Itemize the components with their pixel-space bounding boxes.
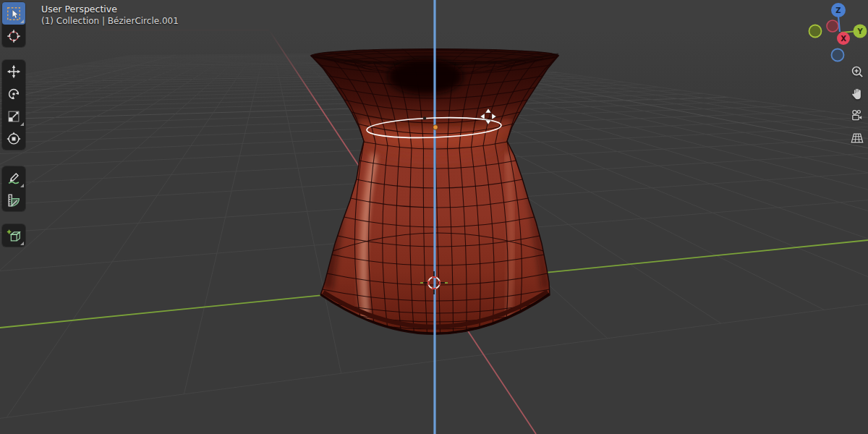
annotate-icon [6, 170, 22, 186]
pan-hand-icon [851, 87, 864, 101]
tool-submenu-marker [20, 242, 24, 245]
toolbar-group-add [2, 224, 25, 247]
tool-select-box-button[interactable] [2, 2, 25, 25]
camera-icon [850, 109, 864, 123]
gizmo-root: ZYX [809, 3, 867, 61]
select-box-icon [6, 6, 22, 22]
gizmo-y-ball-label: Y [856, 27, 863, 35]
blender-3d-viewport: User Perspective (1) Collection | Bézier… [0, 0, 868, 434]
perspective-grid-icon [850, 131, 864, 145]
orientation-gizmo[interactable]: ZYX [801, 0, 868, 67]
rotate-icon [6, 86, 22, 102]
toolbar-group-annotate [2, 166, 25, 211]
toolbar-group-select [2, 2, 25, 47]
tool-rotate-button[interactable] [2, 82, 25, 105]
toolbar-group-transform [2, 60, 25, 150]
object-origin-dot [433, 125, 438, 130]
tool-submenu-marker [20, 184, 24, 187]
measure-icon [6, 192, 22, 208]
tool-add-cube-button[interactable] [2, 224, 25, 247]
curve-control-point [423, 116, 426, 119]
gizmo-neg-y-ball[interactable] [809, 25, 822, 38]
gizmo-x-ball-label: X [841, 35, 846, 43]
gizmo-neg-z-ball[interactable] [832, 49, 844, 61]
move-icon [6, 64, 22, 80]
tool-submenu-marker [20, 122, 24, 126]
viewport-canvas[interactable] [0, 0, 868, 434]
tool-annotate-button[interactable] [2, 166, 25, 189]
scale-icon [6, 109, 22, 124]
zoom-icon [851, 65, 864, 79]
transform-icon [6, 131, 22, 147]
cursor-icon [6, 28, 22, 44]
tool-submenu-marker [20, 20, 24, 23]
tool-scale-button[interactable] [2, 105, 25, 127]
tool-transform-button[interactable] [2, 127, 25, 150]
camera-view-button[interactable] [848, 106, 867, 125]
pan-button[interactable] [848, 84, 867, 103]
tool-measure-button[interactable] [2, 189, 25, 211]
gizmo-neg-x-ball[interactable] [827, 20, 838, 32]
tool-move-button[interactable] [2, 60, 25, 82]
toggle-projection-button[interactable] [848, 129, 867, 148]
gizmo-z-ball-label: Z [835, 7, 841, 14]
add-cube-icon [6, 228, 22, 244]
tool-cursor-button[interactable] [2, 25, 25, 47]
